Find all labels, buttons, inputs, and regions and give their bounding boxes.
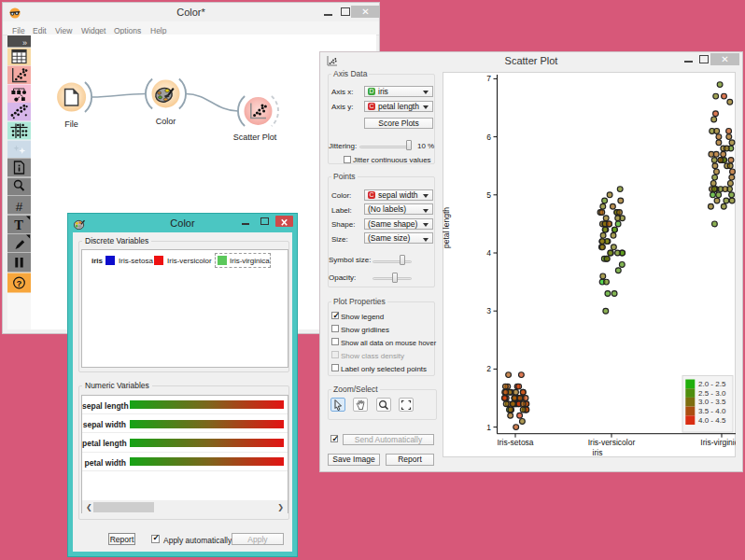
svg-text:4.0 - 4.5: 4.0 - 4.5 <box>698 416 726 425</box>
svg-text:T: T <box>14 217 23 232</box>
svg-text:?: ? <box>17 278 22 288</box>
svg-text:iris: iris <box>593 448 603 457</box>
svg-text:3.0 - 3.5: 3.0 - 3.5 <box>698 398 726 406</box>
svg-text:Iris-virginica: Iris-virginica <box>700 438 736 447</box>
svg-text:»: » <box>22 38 27 48</box>
svg-text:petal length: petal length <box>443 207 451 248</box>
svg-text:4: 4 <box>486 248 491 258</box>
svg-text:File: File <box>64 119 78 129</box>
svg-text:Iris-setosa: Iris-setosa <box>497 438 533 447</box>
svg-text:2.5 - 3.0: 2.5 - 3.0 <box>698 389 726 398</box>
svg-text:Scatter Plot: Scatter Plot <box>233 133 277 142</box>
svg-text:7: 7 <box>486 74 491 83</box>
svg-text:3.5 - 4.0: 3.5 - 4.0 <box>698 407 726 415</box>
svg-text:#: # <box>16 200 23 214</box>
svg-text:2: 2 <box>486 364 491 373</box>
svg-text:5: 5 <box>486 190 491 200</box>
svg-text:Iris-versicolor: Iris-versicolor <box>588 438 636 447</box>
svg-text:3: 3 <box>486 306 491 315</box>
svg-text:2.0 - 2.5: 2.0 - 2.5 <box>698 380 726 388</box>
svg-text:6: 6 <box>486 133 491 142</box>
svg-text:Color: Color <box>156 117 176 126</box>
svg-text:1: 1 <box>486 423 491 432</box>
